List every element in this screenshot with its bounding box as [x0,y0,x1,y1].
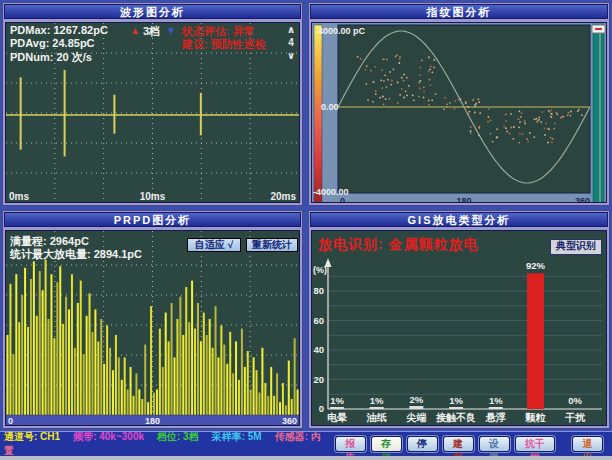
pd-dot [577,110,579,112]
pd-dot [375,90,377,92]
pd-dot [490,133,492,135]
prpd-bar [42,290,44,415]
pd-dot [550,137,552,139]
prpd-bar [83,354,85,415]
pd-dot [401,88,403,90]
prpd-bar [27,327,29,415]
scale-slider-track[interactable] [593,24,604,203]
pd-dot [399,94,401,96]
pd-dot [367,99,369,101]
prpd-bar [244,367,246,415]
typical-recognition-button[interactable]: 典型识别 [550,239,602,255]
pd-dot [496,137,498,139]
prpd-bar [250,389,252,415]
prpd-bar [185,287,187,415]
gis-category-label: 尖端 [405,412,426,423]
pd-dot [509,133,511,135]
pd-dot [431,99,433,101]
prpd-bar [253,357,255,415]
pd-dot [519,121,521,123]
pd-dot [487,121,489,123]
prpd-bar [71,274,73,415]
pd-dot [395,56,397,58]
pd-dot [478,134,480,136]
statusbar-button-0[interactable]: 报告 [335,436,366,452]
pd-dot [536,121,538,123]
pd-dot [538,117,540,119]
pd-dot [581,114,583,116]
status-item-1: 频带: 40k~300k [73,431,144,442]
pd-dot [496,128,498,130]
waveform-x-axis-labels: 0ms10ms20ms [9,191,296,202]
pd-dot [386,86,388,88]
pd-dot [467,113,469,115]
scroll-down-icon[interactable]: ∨ [284,49,298,62]
prpd-bar [179,297,181,415]
prpd-bar [103,364,105,415]
pd-dot [383,80,385,82]
statusbar-button-2[interactable]: 停止 [407,436,438,452]
pd-dot [419,88,421,90]
prpd-bar [229,332,231,415]
statusbar-button-1[interactable]: 存储 [371,436,402,452]
restat-button[interactable]: 重新统计 [246,238,298,252]
autoscale-button[interactable]: 自适应 √ [187,238,241,252]
svg-text:0.00: 0.00 [321,102,339,112]
pd-dot [503,126,505,128]
prpd-bar [165,313,167,415]
pd-dot [545,123,547,125]
pd-dot [470,130,472,132]
prpd-bar [100,319,102,415]
pdavg-value: PDAvg: 24.85pC [10,37,95,49]
scroll-selector: ∧ 4 ∨ [284,23,298,62]
prpd-bar [132,396,134,415]
prpd-bar [62,324,64,415]
pd-dot [390,84,392,86]
scroll-up-icon[interactable]: ∧ [284,23,298,36]
pd-dot [549,116,551,118]
statusbar-button-3[interactable]: 建档 [443,436,474,452]
gis-bar-value: 0% [568,395,582,406]
gear-up-icon[interactable]: ▲ [130,25,140,36]
prpd-bar [18,322,20,415]
pd-dot [513,126,515,128]
pd-dot [383,103,385,105]
scale-slider-handle[interactable] [592,25,605,33]
prpd-bar [220,325,222,415]
gis-y-tick-labels: (%)020406080 [313,265,327,414]
prpd-bar [147,402,149,415]
pd-dot [542,111,544,113]
gear-down-icon[interactable]: ▼ [166,25,176,36]
pd-dot [430,84,432,86]
pd-dot [548,110,550,112]
prpd-bar [159,329,161,415]
statusbar-button-4[interactable]: 设置 [479,436,510,452]
waveform-plot-area: 0ms10ms20ms PDMax: 1267.82pC ▲ 3档 ▼ 状态评估… [5,22,300,203]
pd-dot [488,108,490,110]
gis-chart: (%)0204060801%电晕1%油纸2%尖端1%接触不良1%悬浮92%颗粒0… [312,231,606,426]
prpd-panel: PRPD图分析 0180360 满量程: 2964pC 统计最大放电量: 289… [2,210,303,429]
pd-dot [373,81,375,83]
prpd-bar [194,329,196,415]
prpd-bar [59,266,61,415]
pd-dot [387,79,389,81]
pd-dot [433,67,435,69]
gis-plot-area: (%)0204060801%电晕1%油纸2%尖端1%接触不良1%悬浮92%颗粒0… [311,230,607,426]
pd-dot [420,67,422,69]
fingerprint-panel: 指纹图分析 4000.00 pC0.00-4000.000180360 [308,2,610,206]
pd-dot [403,74,405,76]
pd-dot [399,56,401,58]
svg-text:(%): (%) [313,265,327,275]
statusbar-button-6[interactable]: 退出 [572,436,603,452]
pd-dot [446,106,448,108]
prpd-bar [235,341,237,415]
status-item-0: 通道号: CH1 [4,431,60,442]
gis-category-label: 悬浮 [485,412,506,423]
pd-dot [454,108,456,110]
gis-bar-value: 92% [526,260,546,271]
statusbar-button-5[interactable]: 抗干扰 [515,436,555,452]
pd-dot [506,131,508,133]
pd-dot [519,133,521,135]
svg-text:0ms: 0ms [9,191,29,202]
status-items: 通道号: CH1频带: 40k~300k档位: 3档采样率: 5M传感器: 内置 [4,430,335,458]
